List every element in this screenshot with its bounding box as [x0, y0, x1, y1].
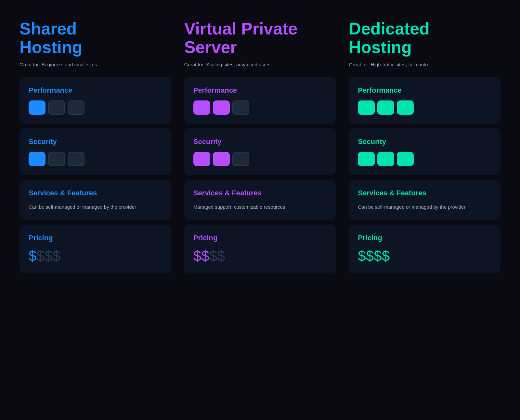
bar-block-2 — [68, 152, 84, 166]
bar-block-2 — [232, 100, 249, 115]
bar-block-0 — [358, 152, 375, 166]
card-label-dedicated-performance: Performance — [358, 86, 491, 95]
dollar-0: $ — [358, 248, 366, 264]
column-title-shared: SharedHosting — [20, 20, 171, 57]
card-label-vps-pricing: Pricing — [193, 234, 327, 242]
dollar-3: $ — [52, 248, 60, 264]
card-label-vps-performance: Performance — [193, 86, 327, 95]
bar-container-shared-performance — [29, 100, 162, 115]
bar-container-vps-security — [193, 152, 327, 166]
card-label-dedicated-pricing: Pricing — [358, 234, 491, 242]
cards-stack-vps: PerformanceSecurityServices & FeaturesMa… — [184, 77, 336, 273]
pricing-display-dedicated: $$$$ — [358, 248, 491, 264]
bar-container-vps-performance — [193, 100, 327, 115]
bar-block-1 — [213, 100, 230, 115]
card-vps-pricing: Pricing$$$$ — [184, 225, 336, 273]
pricing-display-vps: $$$$ — [193, 248, 327, 264]
dollar-2: $ — [45, 248, 52, 264]
column-dedicated: DedicatedHostingGreat for: High-traffic … — [349, 20, 500, 273]
card-label-vps-services: Services & Features — [193, 189, 327, 197]
column-subtitle-dedicated: Great for: High-traffic sites, full cont… — [349, 62, 500, 67]
card-shared-services: Services & FeaturesCan be self-managed o… — [20, 180, 171, 220]
bar-block-1 — [213, 152, 230, 166]
card-label-shared-performance: Performance — [29, 86, 162, 95]
bar-block-2 — [397, 100, 414, 115]
column-shared: SharedHostingGreat for: Beginners and sm… — [20, 20, 171, 273]
cards-stack-shared: PerformanceSecurityServices & FeaturesCa… — [20, 77, 171, 273]
dollar-0: $ — [193, 248, 201, 264]
column-header-dedicated: DedicatedHostingGreat for: High-traffic … — [349, 20, 500, 67]
bar-container-dedicated-performance — [358, 100, 491, 115]
card-text-shared-services: Can be self-managed or managed by the pr… — [29, 203, 162, 211]
card-label-dedicated-security: Security — [358, 138, 491, 146]
card-text-vps-services: Managed support, customizable resources — [193, 203, 327, 211]
dollar-3: $ — [382, 248, 390, 264]
card-dedicated-services: Services & FeaturesCan be self-managed o… — [349, 180, 500, 220]
card-shared-security: Security — [20, 128, 171, 175]
column-subtitle-shared: Great for: Beginners and small sites — [20, 62, 171, 67]
column-vps: Virtual PrivateServerGreat for: Scaling … — [184, 20, 336, 273]
bar-block-2 — [232, 152, 249, 166]
dollar-2: $ — [209, 248, 217, 264]
column-header-vps: Virtual PrivateServerGreat for: Scaling … — [184, 20, 336, 67]
card-vps-performance: Performance — [184, 77, 336, 124]
bar-block-0 — [358, 100, 375, 115]
column-header-shared: SharedHostingGreat for: Beginners and sm… — [20, 20, 171, 67]
comparison-grid: SharedHostingGreat for: Beginners and sm… — [20, 20, 500, 273]
bar-block-0 — [29, 100, 46, 115]
bar-block-0 — [29, 152, 46, 166]
dollar-1: $ — [201, 248, 209, 264]
card-text-dedicated-services: Can be self-managed or managed by the pr… — [358, 203, 491, 211]
card-label-vps-security: Security — [193, 138, 327, 146]
card-shared-pricing: Pricing$$$$ — [20, 225, 171, 273]
bar-block-1 — [377, 152, 394, 166]
bar-block-0 — [193, 152, 210, 166]
cards-stack-dedicated: PerformanceSecurityServices & FeaturesCa… — [349, 77, 500, 273]
column-subtitle-vps: Great for: Scaling sites, advanced users — [184, 62, 336, 67]
column-title-vps: Virtual PrivateServer — [184, 20, 336, 57]
dollar-0: $ — [29, 248, 36, 264]
dollar-1: $ — [366, 248, 374, 264]
card-shared-performance: Performance — [20, 77, 171, 124]
bar-block-1 — [48, 100, 65, 115]
bar-block-1 — [48, 152, 65, 166]
card-vps-services: Services & FeaturesManaged support, cust… — [184, 180, 336, 220]
bar-container-shared-security — [29, 152, 162, 166]
bar-block-0 — [193, 100, 210, 115]
bar-block-2 — [397, 152, 414, 166]
dollar-3: $ — [217, 248, 225, 264]
card-label-shared-security: Security — [29, 138, 162, 146]
card-dedicated-security: Security — [349, 128, 500, 175]
card-vps-security: Security — [184, 128, 336, 175]
card-dedicated-pricing: Pricing$$$$ — [349, 225, 500, 273]
pricing-display-shared: $$$$ — [29, 248, 162, 264]
card-label-shared-services: Services & Features — [29, 189, 162, 197]
card-label-dedicated-services: Services & Features — [358, 189, 491, 197]
bar-block-1 — [377, 100, 394, 115]
card-label-shared-pricing: Pricing — [29, 234, 162, 242]
bar-container-dedicated-security — [358, 152, 491, 166]
dollar-1: $ — [36, 248, 44, 264]
dollar-2: $ — [374, 248, 382, 264]
bar-block-2 — [68, 100, 84, 115]
card-dedicated-performance: Performance — [349, 77, 500, 124]
column-title-dedicated: DedicatedHosting — [349, 20, 500, 57]
